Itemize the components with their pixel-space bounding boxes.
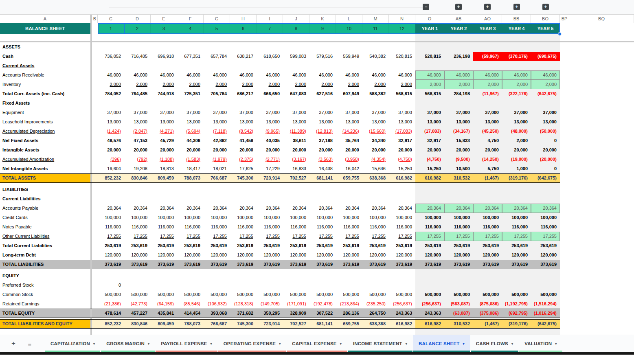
cell[interactable]: 46,000 (257, 70, 283, 80)
cell[interactable]: 568,815 (415, 89, 444, 99)
bq-cell[interactable] (569, 42, 634, 52)
cell[interactable]: 599,083 (283, 52, 309, 61)
empty-month-cells[interactable] (98, 194, 415, 204)
cell[interactable]: 17,255 (230, 232, 257, 241)
column-header-I[interactable]: I (257, 15, 283, 23)
cell[interactable]: 100,000 (389, 213, 415, 222)
cell[interactable]: 540,382 (362, 52, 389, 61)
cell[interactable]: 100,000 (283, 213, 309, 222)
bp-cell[interactable] (560, 241, 569, 250)
cell[interactable]: 37,000 (473, 108, 502, 117)
cell[interactable]: (20,000) (531, 155, 560, 164)
b-cell[interactable] (92, 309, 98, 318)
month-header-cell[interactable]: 4 (177, 23, 204, 34)
cell[interactable]: (4,750) (389, 155, 415, 164)
cell[interactable]: 46,000 (204, 70, 230, 80)
cell[interactable]: 13,000 (473, 117, 502, 127)
bq-cell[interactable] (569, 108, 634, 117)
month-header-cell[interactable]: 12 (389, 23, 415, 34)
cell[interactable]: 20,000 (531, 145, 560, 155)
cell[interactable]: 17,255 (204, 232, 230, 241)
cell[interactable] (177, 281, 204, 290)
cell[interactable]: 500,000 (257, 290, 283, 299)
cell[interactable]: 500,000 (531, 290, 560, 299)
cell[interactable]: 373,619 (444, 260, 473, 269)
cell[interactable]: (1,016,294) (531, 309, 560, 318)
cell[interactable]: 13,000 (177, 117, 204, 127)
cell[interactable]: (12,813) (309, 127, 336, 136)
cell[interactable]: 328,909 (283, 309, 309, 318)
cell[interactable]: 253,619 (502, 241, 531, 250)
column-header-BO[interactable]: BO (531, 15, 560, 23)
cell[interactable]: 20,000 (283, 145, 309, 155)
cell[interactable]: 373,619 (415, 260, 444, 269)
cell[interactable] (336, 281, 362, 290)
cell[interactable]: 34,340 (362, 136, 389, 145)
cell[interactable]: 766,687 (204, 173, 230, 183)
tab-payroll-expense[interactable]: PAYROLL EXPENSE▾ (155, 335, 218, 352)
cell[interactable]: 2,000 (336, 80, 362, 89)
month-header-cell[interactable]: 9 (309, 23, 336, 34)
cell[interactable]: 16,438 (309, 164, 336, 173)
cell[interactable]: 253,619 (124, 241, 151, 250)
cell[interactable]: 15,646 (362, 164, 389, 173)
caret-down-icon[interactable]: ▾ (93, 342, 95, 346)
cell[interactable]: 2,000 (502, 136, 531, 145)
cell[interactable]: 100,000 (257, 213, 283, 222)
cell[interactable]: 120,000 (415, 250, 444, 260)
cell[interactable]: 20,000 (415, 145, 444, 155)
month-header-cell[interactable]: 11 (362, 23, 389, 34)
bq-cell[interactable] (569, 136, 634, 145)
cell[interactable]: 46,000 (531, 70, 560, 80)
cell[interactable]: 20,364 (98, 204, 124, 213)
bp-cell[interactable] (560, 117, 569, 127)
bq-cell[interactable] (569, 145, 634, 155)
cell[interactable]: 116,000 (230, 222, 257, 232)
column-header-A[interactable]: A (0, 15, 90, 23)
cell[interactable]: 17,255 (473, 232, 502, 241)
cell[interactable]: 116,000 (389, 222, 415, 232)
row-label[interactable]: LIABILITIES (0, 185, 90, 194)
cell[interactable]: (396) (98, 155, 124, 164)
cell[interactable]: 520,815 (389, 52, 415, 61)
cell[interactable]: 723,914 (257, 173, 283, 183)
cell[interactable]: 120,000 (124, 250, 151, 260)
b-cell[interactable] (92, 127, 98, 136)
month-header-cell[interactable]: 3 (151, 23, 177, 34)
empty-month-cells[interactable] (98, 61, 415, 70)
cell[interactable]: 35,764 (336, 136, 362, 145)
bp-cell[interactable] (560, 108, 569, 117)
month-header-cell[interactable]: 5 (204, 23, 230, 34)
cell[interactable]: (64,159) (151, 299, 177, 309)
cell[interactable]: 100,000 (230, 213, 257, 222)
cell[interactable]: 20,364 (309, 204, 336, 213)
cell[interactable]: 2,000 (257, 80, 283, 89)
cell[interactable]: 2,000 (531, 80, 560, 89)
cell[interactable]: 116,000 (204, 222, 230, 232)
cell[interactable]: 677,351 (177, 52, 204, 61)
cell[interactable]: (2,847) (124, 127, 151, 136)
bp-cell[interactable] (560, 232, 569, 241)
cell[interactable]: 588,382 (362, 89, 389, 99)
month-header-cell[interactable]: 8 (283, 23, 309, 34)
bq-cell[interactable] (569, 80, 634, 89)
cell[interactable]: 100,000 (362, 213, 389, 222)
row-label[interactable]: Accumulated Amortization (0, 155, 90, 164)
cell[interactable] (502, 281, 531, 290)
column-header-BQ[interactable]: BQ (569, 15, 634, 23)
cell[interactable]: 373,619 (151, 260, 177, 269)
cell[interactable]: 100,000 (204, 213, 230, 222)
cell[interactable]: (11,389) (283, 127, 309, 136)
cell[interactable]: 435,841 (151, 309, 177, 318)
bq-cell[interactable] (569, 89, 634, 99)
cell[interactable]: (1,583) (177, 155, 204, 164)
cell[interactable]: 20,364 (204, 204, 230, 213)
row-label[interactable]: TOTAL LIABILITIES AND EQUITY (0, 319, 90, 329)
row-label[interactable]: Total Curr. Assets (inc. Cash) (0, 89, 90, 99)
cell[interactable]: 15,833 (444, 136, 473, 145)
cell[interactable]: 17,255 (151, 232, 177, 241)
cell[interactable]: 716,485 (124, 52, 151, 61)
cell[interactable]: 373,619 (230, 260, 257, 269)
bq-cell[interactable] (569, 117, 634, 127)
b-cell[interactable] (92, 241, 98, 250)
